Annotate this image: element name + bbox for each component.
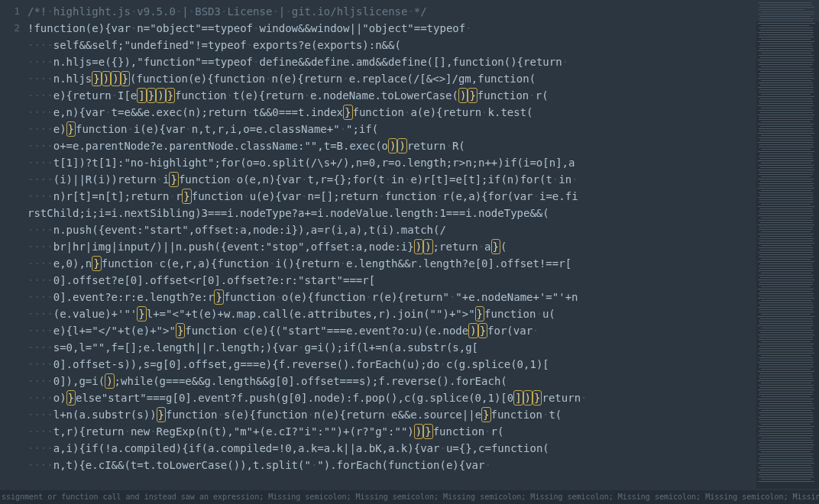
svg-rect-159 (759, 364, 813, 365)
status-text: ssignment or function call and instead s… (2, 493, 819, 501)
code-line: ····(i)||R(i))return·i}function·o(e,n){v… (28, 171, 756, 188)
lint-marker[interactable]: ) (397, 138, 406, 153)
svg-rect-152 (759, 348, 814, 349)
svg-rect-31 (760, 71, 812, 72)
lint-marker[interactable]: } (176, 323, 185, 338)
lint-marker[interactable]: } (147, 88, 156, 103)
code-line: ····n.hljs=e({}),"function"==typeof·defi… (28, 53, 756, 70)
svg-rect-119 (761, 273, 811, 273)
svg-rect-197 (761, 451, 811, 452)
svg-rect-65 (761, 149, 811, 150)
svg-rect-177 (759, 405, 813, 406)
code-line: ····e,n){var·t=e&&e.exec(n);return·t&&0=… (28, 104, 756, 121)
lint-marker[interactable]: } (157, 407, 166, 422)
svg-rect-19 (760, 44, 812, 44)
lint-marker[interactable]: ) (111, 71, 120, 86)
svg-rect-176 (759, 403, 814, 404)
svg-rect-132 (759, 302, 813, 303)
svg-rect-66 (758, 151, 814, 152)
code-line: ····0].offset?e[0].offset<r[0].offset?e:… (28, 272, 756, 289)
svg-rect-55 (760, 126, 812, 127)
svg-rect-156 (759, 357, 813, 358)
svg-rect-192 (759, 440, 814, 441)
svg-rect-120 (759, 275, 814, 276)
lint-marker[interactable]: } (481, 407, 490, 422)
svg-rect-39 (759, 89, 813, 90)
svg-rect-93 (759, 213, 813, 214)
lint-marker[interactable]: } (66, 121, 76, 137)
lint-marker[interactable]: } (478, 323, 487, 338)
svg-rect-106 (758, 243, 814, 244)
svg-rect-153 (759, 351, 813, 351)
svg-rect-126 (758, 289, 814, 289)
code-line: ····n,t){e.cI&&(t=t.toLowerCase()),t.spl… (28, 457, 756, 473)
svg-rect-124 (759, 284, 813, 285)
svg-rect-206 (758, 472, 814, 473)
code-editor[interactable]: 1 2 /*!·highlight.js·v9.5.0·|·BSD3·Licen… (0, 0, 756, 489)
svg-rect-98 (758, 225, 814, 225)
svg-rect-209 (761, 479, 811, 480)
lint-marker[interactable]: } (92, 71, 101, 86)
svg-rect-114 (758, 261, 814, 262)
svg-rect-125 (761, 286, 811, 287)
svg-rect-73 (760, 167, 813, 168)
svg-rect-157 (760, 360, 813, 360)
svg-rect-174 (758, 399, 814, 399)
svg-rect-179 (761, 410, 811, 411)
svg-rect-208 (759, 477, 814, 477)
lint-marker[interactable]: ) (523, 390, 533, 405)
lint-marker[interactable]: ) (458, 88, 468, 103)
svg-rect-187 (760, 428, 812, 429)
lint-marker[interactable]: } (166, 88, 175, 103)
lint-marker[interactable]: } (137, 306, 146, 321)
lint-marker[interactable]: ) (414, 239, 423, 254)
lint-marker[interactable]: } (92, 256, 101, 271)
lint-marker[interactable]: ) (468, 323, 477, 338)
lint-marker[interactable]: } (491, 239, 500, 254)
code-line: ····(e.value)+'"'}l+="<"+t(e)+w.map.call… (28, 305, 756, 322)
svg-rect-113 (761, 259, 811, 260)
lint-marker[interactable]: ] (137, 88, 146, 103)
svg-rect-164 (759, 376, 813, 376)
svg-rect-191 (761, 438, 811, 438)
lint-marker[interactable]: ) (105, 373, 114, 389)
lint-marker[interactable]: } (66, 390, 76, 405)
code-line: ····e,0),n}function·c(e,r,a){function·i(… (28, 255, 756, 272)
lint-marker[interactable]: ) (388, 138, 397, 153)
lint-marker[interactable]: } (182, 189, 191, 204)
lint-marker[interactable]: } (169, 172, 178, 187)
lint-marker[interactable]: } (121, 71, 130, 86)
lint-marker[interactable]: } (214, 289, 223, 305)
code-line: ····o)}else"start"===g[0].event?f.push(g… (28, 389, 756, 406)
lint-marker[interactable]: ) (423, 239, 432, 254)
lint-marker[interactable]: ) (156, 88, 165, 103)
lint-marker[interactable]: ) (102, 71, 111, 86)
lint-marker[interactable]: ] (513, 390, 523, 405)
svg-rect-27 (759, 62, 813, 63)
svg-rect-101 (761, 231, 811, 232)
svg-rect-184 (759, 422, 814, 422)
lint-marker[interactable]: } (423, 424, 432, 439)
svg-rect-169 (760, 387, 813, 388)
svg-rect-32 (759, 73, 814, 74)
svg-rect-117 (759, 268, 813, 269)
svg-rect-196 (759, 449, 813, 450)
lint-marker[interactable]: } (468, 88, 477, 103)
minimap-viewport[interactable] (756, 0, 819, 21)
svg-rect-172 (759, 394, 813, 395)
lint-marker[interactable]: ) (414, 424, 423, 439)
svg-rect-108 (759, 247, 813, 248)
lint-marker[interactable]: } (475, 306, 484, 321)
code-area[interactable]: /*!·highlight.js·v9.5.0·|·BSD3·License·|… (28, 0, 756, 489)
svg-rect-210 (758, 481, 814, 482)
lint-marker[interactable]: } (533, 390, 542, 405)
svg-rect-148 (759, 339, 813, 340)
svg-rect-89 (761, 204, 811, 205)
svg-rect-96 (759, 220, 814, 221)
minimap[interactable] (756, 0, 819, 489)
code-line: ····n)r[t]=n[t];return·r}function·u(e){v… (28, 188, 756, 205)
svg-rect-181 (760, 415, 813, 415)
svg-rect-54 (758, 124, 814, 124)
lint-marker[interactable]: } (343, 105, 352, 120)
svg-rect-61 (760, 140, 813, 141)
